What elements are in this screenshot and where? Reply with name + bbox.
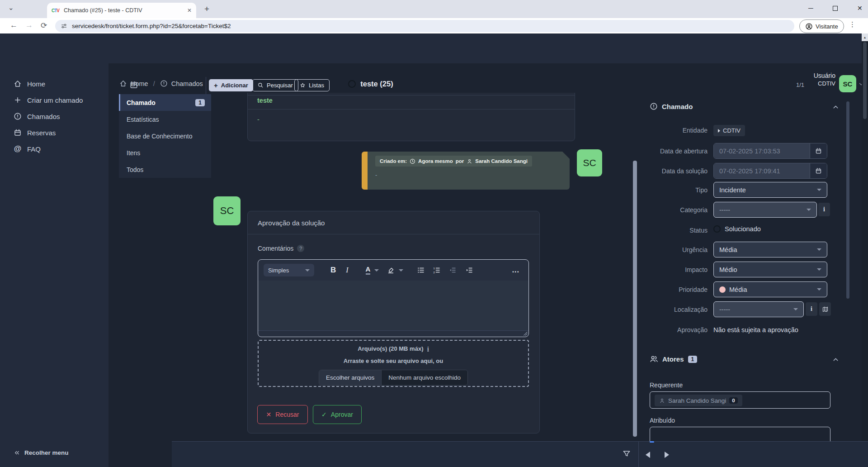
next-item-button[interactable] xyxy=(665,452,669,458)
calendar-button[interactable] xyxy=(810,143,827,158)
timeline-viewport: teste - Criado em: Agora mesmo por Sarah… xyxy=(209,93,632,441)
sidebar-item-faq[interactable]: @ FAQ xyxy=(0,142,108,156)
person-icon xyxy=(805,23,813,30)
chevron-down-icon[interactable] xyxy=(374,269,379,272)
scrollbar-up-arrow[interactable]: ▲ xyxy=(862,33,868,41)
window-close-icon[interactable]: ✕ xyxy=(857,5,863,12)
previous-item-button[interactable] xyxy=(646,452,650,458)
impacto-select[interactable]: Médio xyxy=(713,262,827,277)
caret-right-icon xyxy=(718,129,720,133)
created-time: Agora mesmo xyxy=(418,158,453,164)
collapse-menu-button[interactable]: Recolher menu xyxy=(0,446,108,459)
chevron-down-icon[interactable] xyxy=(399,269,403,272)
forward-icon[interactable]: → xyxy=(25,21,33,30)
approve-button[interactable]: ✓ Aprovar xyxy=(313,405,362,424)
calendar-icon xyxy=(815,167,822,174)
resize-grip[interactable] xyxy=(523,331,528,336)
calendar-button[interactable] xyxy=(810,163,827,178)
chevron-down-icon xyxy=(807,209,811,211)
collapse-chevron-up-icon[interactable] xyxy=(832,356,840,363)
address-bar[interactable]: servicedesk/front/ticket.form.php?id=25&… xyxy=(55,20,794,32)
sidebar-item-label: Chamados xyxy=(27,113,60,120)
status-value-row: Solucionado xyxy=(713,225,761,233)
localizacao-select[interactable]: ----- xyxy=(713,301,804,317)
localizacao-map-button[interactable] xyxy=(819,302,831,316)
description-title[interactable]: teste xyxy=(257,97,273,104)
categoria-info-button[interactable]: i xyxy=(818,203,830,216)
content-scrollbar[interactable] xyxy=(633,161,637,437)
status-label: Status xyxy=(637,227,708,234)
abertura-input[interactable]: 07-02-2025 17:03:53 xyxy=(713,143,827,159)
tab-base-de-conhecimento[interactable]: Base de Conhecimento xyxy=(119,128,211,144)
impacto-label: Impacto xyxy=(637,266,708,273)
filter-icon[interactable] xyxy=(622,449,631,458)
requerente-chip[interactable]: Sarah Candido Sangi 0 xyxy=(655,395,742,406)
comments-label-row: Comentários ? xyxy=(258,245,304,252)
choose-files-button[interactable]: Escolher arquivos xyxy=(319,370,381,385)
entidade-value[interactable]: CDTIV xyxy=(713,125,745,136)
back-icon[interactable]: ← xyxy=(10,21,18,30)
text-color-button[interactable]: A xyxy=(366,266,371,275)
requerente-input[interactable]: Sarah Candido Sangi 0 xyxy=(650,391,830,409)
collapse-chevron-up-icon[interactable] xyxy=(832,103,840,111)
window-maximize-icon[interactable] xyxy=(833,6,838,11)
browser-profile-button[interactable]: Visitante xyxy=(799,19,844,33)
sidebar-item-reservas[interactable]: Reservas xyxy=(0,126,108,139)
tipo-select[interactable]: Incidente xyxy=(713,182,827,198)
description-card: teste - xyxy=(247,93,575,141)
sidebar-item-chamados[interactable]: Chamados xyxy=(0,110,108,123)
urgencia-select[interactable]: Média xyxy=(713,242,827,257)
numbered-list-button[interactable]: 12 xyxy=(433,266,441,274)
approval-title: Aprovação da solução xyxy=(258,219,325,227)
solucao-input[interactable]: 07-02-2025 17:09:41 xyxy=(713,163,827,179)
reload-icon[interactable]: ⟳ xyxy=(41,21,47,30)
window-minimize-icon[interactable]: ─ xyxy=(808,4,813,12)
highlight-button[interactable] xyxy=(387,267,395,274)
sidebar-item-criar-chamado[interactable]: Criar um chamado xyxy=(0,93,108,107)
italic-button[interactable]: I xyxy=(346,266,348,274)
info-icon[interactable]: i xyxy=(427,345,429,352)
reject-label: Recusar xyxy=(275,411,299,418)
reject-button[interactable]: ✕ Recusar xyxy=(257,405,308,424)
bold-button[interactable]: B xyxy=(330,266,336,275)
file-dropzone[interactable]: Arquivo(s) (20 MB máx) i Arraste e solte… xyxy=(258,340,529,387)
browser-menu-icon[interactable]: ⋮ xyxy=(849,20,856,29)
tab-close-icon[interactable]: ✕ xyxy=(187,7,192,14)
file-input[interactable]: Escolher arquivos Nenhum arquivo escolhi… xyxy=(319,370,468,386)
comments-editor[interactable]: Simples B I A 12 xyxy=(258,259,529,337)
tab-search-chevron-icon[interactable]: ⌄ xyxy=(8,4,14,12)
tab-itens[interactable]: Itens xyxy=(119,144,211,161)
scrollbar-thumb[interactable] xyxy=(863,42,867,119)
comments-textarea[interactable] xyxy=(258,281,528,330)
bottom-bar-divider xyxy=(638,442,639,467)
approve-label: Aprovar xyxy=(331,411,353,418)
localizacao-info-button[interactable]: i xyxy=(806,302,817,316)
solucao-label: Data da solução xyxy=(637,167,708,175)
person-icon xyxy=(467,158,472,164)
indent-button[interactable] xyxy=(465,266,473,274)
page-scrollbar[interactable]: ▲ xyxy=(862,33,868,467)
collapse-menu-label: Recolher menu xyxy=(24,449,69,456)
chamado-section-header[interactable]: Chamado xyxy=(650,102,693,110)
tab-todos[interactable]: Todos xyxy=(119,161,211,178)
categoria-select[interactable]: ----- xyxy=(713,202,817,218)
help-icon[interactable]: ? xyxy=(297,245,304,252)
prioridade-label: Prioridade xyxy=(637,286,708,293)
editor-toolbar: Simples B I A 12 xyxy=(258,260,528,281)
atores-section-header[interactable]: Atores 1 xyxy=(650,355,697,363)
panel-scrollbar[interactable] xyxy=(846,101,849,299)
user-avatar[interactable]: SC xyxy=(839,75,856,92)
browser-tab[interactable]: CTV Chamado (#25) - teste - CDTIV ✕ xyxy=(47,3,196,18)
approval-card: Aprovação da solução Comentários ? Simpl… xyxy=(247,211,540,434)
author-name[interactable]: Sarah Candido Sangi xyxy=(475,158,528,164)
tab-chamado[interactable]: Chamado 1 xyxy=(119,94,211,111)
new-tab-button[interactable]: + xyxy=(204,4,209,14)
format-select[interactable]: Simples xyxy=(264,264,314,276)
more-tools-button[interactable]: ... xyxy=(512,266,519,274)
prioridade-select[interactable]: Média xyxy=(713,281,827,297)
tab-estatisticas[interactable]: Estatísticas xyxy=(119,111,211,128)
outdent-button[interactable] xyxy=(448,266,457,274)
chevron-down-icon xyxy=(305,269,310,272)
sidebar-item-home[interactable]: Home xyxy=(0,77,108,91)
bullet-list-button[interactable] xyxy=(417,266,425,274)
